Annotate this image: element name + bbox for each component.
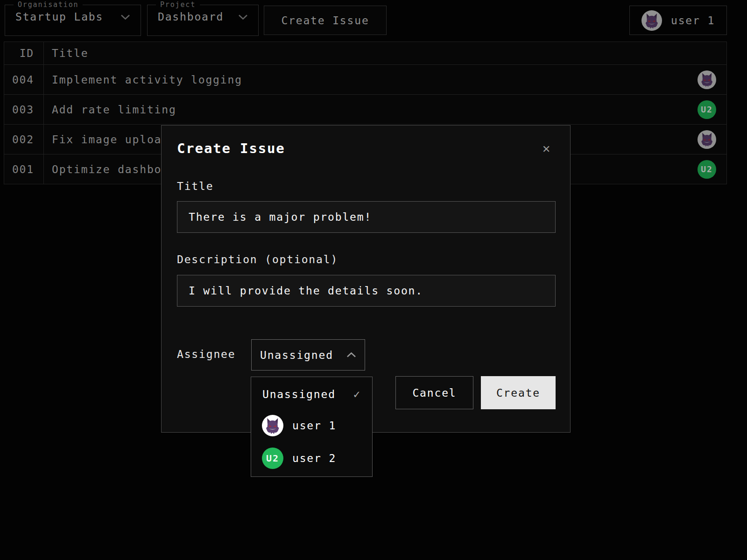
close-icon[interactable]: ✕: [537, 139, 556, 157]
description-field-label: Description (optional): [177, 253, 338, 266]
dropdown-option-user1[interactable]: user 1: [251, 413, 372, 439]
description-input[interactable]: [177, 275, 556, 307]
assignee-selected-value: Unassigned: [260, 349, 333, 361]
check-icon: ✓: [353, 388, 361, 401]
chevron-up-icon: [346, 352, 356, 358]
cancel-button[interactable]: Cancel: [395, 376, 473, 409]
modal-title: Create Issue: [177, 140, 285, 156]
user2-avatar: U2: [262, 448, 283, 469]
create-button[interactable]: Create: [481, 376, 556, 409]
dropdown-option-unassigned[interactable]: Unassigned ✓: [251, 384, 372, 405]
app-window: Organisation Startup Labs Project Dashbo…: [0, 0, 747, 560]
create-button-label: Create: [496, 387, 540, 399]
title-field-label: Title: [177, 180, 213, 192]
option-label: user 2: [292, 452, 336, 464]
assignee-label: Assignee: [177, 348, 236, 360]
cancel-button-label: Cancel: [412, 387, 456, 399]
option-label: user 1: [292, 420, 336, 432]
assignee-select[interactable]: Unassigned: [251, 339, 365, 371]
assignee-dropdown-menu: Unassigned ✓ user 1 U2 user 2: [251, 377, 373, 477]
option-label: Unassigned: [262, 388, 336, 400]
dropdown-option-user2[interactable]: U2 user 2: [251, 445, 372, 471]
title-input[interactable]: [177, 201, 556, 233]
user1-avatar: [262, 415, 283, 436]
